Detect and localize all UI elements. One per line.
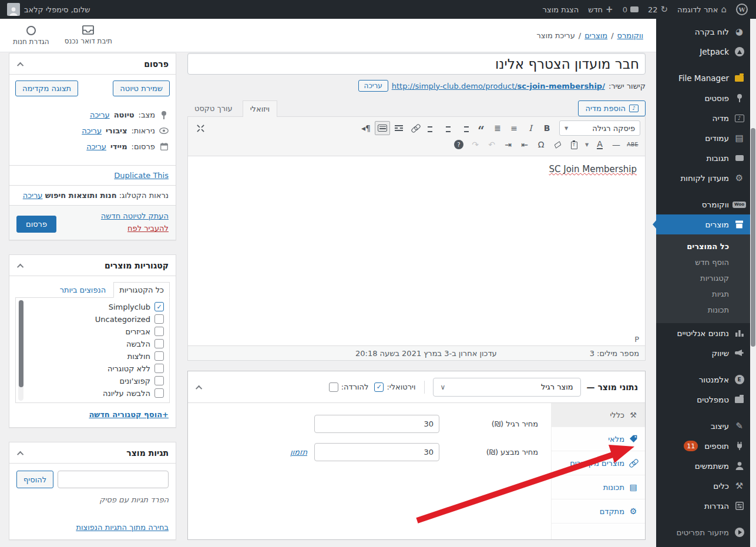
category-checkbox[interactable] bbox=[154, 388, 164, 398]
sidebar-item-appearance[interactable]: ✎עיצוב bbox=[656, 416, 750, 436]
sidebar-item-products[interactable]: מוצרים bbox=[656, 214, 750, 234]
category-item[interactable]: אביזרים bbox=[31, 327, 164, 336]
align-right-button[interactable] bbox=[424, 121, 439, 135]
breadcrumb-products-link[interactable]: מוצרים bbox=[584, 31, 607, 40]
sidebar-item-woocommerce[interactable]: Wooווקומרס bbox=[656, 194, 750, 214]
blockquote-button[interactable]: “ bbox=[473, 121, 489, 135]
virtual-checkbox[interactable]: ✓ bbox=[374, 382, 384, 392]
category-checkbox[interactable] bbox=[154, 376, 164, 385]
sidebar-item-users[interactable]: משתמשים bbox=[656, 456, 750, 476]
category-checkbox[interactable] bbox=[154, 327, 164, 336]
new-tag-input[interactable] bbox=[58, 471, 169, 488]
product-data-collapse-button[interactable] bbox=[195, 379, 204, 395]
sidebar-item-tools[interactable]: ⚒כלים bbox=[656, 476, 750, 496]
add-new-category-link[interactable]: +הוסף קטגוריה חדשה bbox=[9, 409, 176, 427]
redo-button[interactable]: ↷ bbox=[468, 137, 483, 152]
edit-catalog-visibility-link[interactable]: עריכה bbox=[23, 191, 43, 200]
insert-link-button[interactable] bbox=[408, 121, 423, 135]
duplicate-this-link[interactable]: Duplicate This bbox=[114, 171, 169, 180]
align-center-button[interactable] bbox=[441, 121, 456, 135]
sidebar-item-comments[interactable]: תגובות bbox=[656, 148, 750, 168]
regular-price-input[interactable] bbox=[314, 415, 439, 433]
category-item[interactable]: קפוצ'ונים bbox=[31, 376, 164, 385]
visit-site-link[interactable]: ⌂ אתר לדוגמה bbox=[673, 0, 731, 19]
category-item[interactable]: חולצות bbox=[31, 351, 164, 361]
categories-panel-header[interactable]: קטגוריות מוצרים bbox=[9, 255, 176, 276]
category-checkbox[interactable] bbox=[154, 314, 164, 324]
submenu-attributes[interactable]: תכונות bbox=[656, 302, 750, 318]
choose-from-most-used-link[interactable]: בחירה מתוך התגיות הנפוצות bbox=[76, 523, 169, 532]
sidebar-item-jetpack[interactable]: Jetpack bbox=[656, 42, 750, 62]
indent-button[interactable]: ⇥ bbox=[500, 137, 516, 152]
text-color-arrow[interactable]: ▼ bbox=[583, 137, 591, 152]
category-item[interactable]: ✓Simplyclub bbox=[31, 302, 164, 311]
category-checkbox[interactable] bbox=[154, 339, 164, 348]
undo-button[interactable]: ↶ bbox=[484, 137, 499, 152]
submenu-all-products[interactable]: כל המוצרים bbox=[656, 239, 750, 254]
sidebar-item-file-manager[interactable]: File Manager bbox=[656, 68, 750, 88]
permalink-url[interactable]: http://simply-club.demo/product/sc-join-… bbox=[392, 82, 605, 90]
add-media-button[interactable]: ♪ הוספת מדיה bbox=[578, 100, 646, 116]
bold-button[interactable]: B bbox=[539, 121, 555, 135]
italic-button[interactable]: I bbox=[523, 121, 538, 135]
tags-collapse-button[interactable] bbox=[16, 445, 26, 461]
sidebar-item-posts[interactable]: פוסטים bbox=[656, 88, 750, 108]
edit-visibility-link[interactable]: עריכה bbox=[82, 126, 102, 135]
numbered-list-button[interactable]: ≣ bbox=[490, 121, 505, 135]
category-item[interactable]: הלבשה bbox=[31, 339, 164, 348]
category-checkbox[interactable] bbox=[154, 351, 164, 361]
sidebar-item-media[interactable]: ♪מדיה bbox=[656, 108, 750, 128]
account-menu[interactable]: שלום, סימפלי קלאב bbox=[4, 3, 94, 16]
tab-advanced[interactable]: ⚙מתקדם bbox=[552, 499, 645, 523]
sidebar-item-elementor[interactable]: Eאלמנטור bbox=[656, 370, 750, 390]
edit-status-link[interactable]: עריכה bbox=[90, 110, 110, 119]
fullscreen-button[interactable] bbox=[193, 121, 208, 135]
sale-price-input[interactable] bbox=[314, 443, 439, 461]
product-type-select[interactable]: מוצר רגיל ∨ bbox=[433, 378, 581, 397]
help-button[interactable]: ? bbox=[451, 137, 466, 152]
preview-button[interactable]: תצוגה מקדימה bbox=[15, 80, 78, 96]
category-checkbox[interactable] bbox=[154, 364, 164, 373]
tab-inventory[interactable]: מלאי bbox=[552, 427, 645, 451]
schedule-link[interactable]: תזמון bbox=[290, 448, 307, 457]
sidebar-item-pages[interactable]: ▤עמודים bbox=[656, 128, 750, 148]
editor-content-area[interactable]: SC Join Membership bbox=[188, 156, 645, 333]
category-item[interactable]: ללא קטוגריה bbox=[31, 364, 164, 373]
tab-visual-editor[interactable]: ויזואלי bbox=[243, 100, 277, 117]
submenu-tags[interactable]: תגיות bbox=[656, 286, 750, 302]
clear-formatting-button[interactable] bbox=[550, 137, 565, 152]
sidebar-item-settings[interactable]: הגדרות bbox=[656, 496, 750, 516]
toolbar-toggle-button[interactable] bbox=[375, 121, 390, 135]
tab-most-used[interactable]: הנפוצים ביותר bbox=[55, 283, 112, 297]
edit-publish-date-link[interactable]: עריכה bbox=[86, 142, 106, 151]
publish-button[interactable]: פרסום bbox=[16, 216, 56, 233]
sidebar-item-templates[interactable]: טמפלטים bbox=[656, 390, 750, 410]
updates-link[interactable]: ↻ 22 bbox=[643, 0, 673, 19]
tab-attributes[interactable]: ▤תכונות bbox=[552, 475, 645, 499]
category-checkbox[interactable]: ✓ bbox=[154, 302, 164, 311]
comments-link[interactable]: 0 bbox=[618, 0, 643, 19]
special-character-button[interactable]: Ω bbox=[533, 137, 549, 152]
read-more-button[interactable] bbox=[391, 121, 406, 135]
tab-linked-products[interactable]: מוצרים מקושרים bbox=[552, 451, 645, 475]
view-product-link[interactable]: הצגת מוצר bbox=[538, 0, 584, 19]
scrollbar-thumb[interactable] bbox=[751, 128, 755, 347]
tags-panel-header[interactable]: תגיות מוצר bbox=[9, 442, 176, 464]
save-draft-button[interactable]: שמירת טיוטה bbox=[113, 80, 170, 96]
new-content-menu[interactable]: + חדש bbox=[583, 0, 617, 19]
sidebar-item-customer-club[interactable]: ⚙מועדון לקוחות bbox=[656, 168, 750, 188]
tab-all-categories[interactable]: כל הקטגוריות bbox=[113, 282, 170, 298]
sidebar-item-analytics[interactable]: נתונים אנליטיים bbox=[656, 323, 750, 343]
sidebar-item-dashboard[interactable]: ◕לוח בקרה bbox=[656, 22, 750, 42]
sidebar-item-marketing[interactable]: שיווק bbox=[656, 343, 750, 363]
publish-panel-header[interactable]: פרסום bbox=[9, 53, 176, 75]
store-setup-button[interactable]: הגדרת חנות bbox=[13, 25, 49, 46]
tab-general[interactable]: ⚒כללי bbox=[552, 403, 645, 427]
path-element[interactable]: P bbox=[634, 335, 639, 344]
horizontal-rule-button[interactable]: — bbox=[609, 137, 624, 152]
move-to-trash-link[interactable]: להעביר לפח bbox=[127, 224, 169, 233]
add-tag-button[interactable]: להוסיף bbox=[16, 471, 53, 488]
category-item[interactable]: Uncategorized bbox=[31, 314, 164, 324]
text-direction-button[interactable]: ¶◂ bbox=[358, 121, 374, 135]
strikethrough-button[interactable]: ABE bbox=[625, 137, 640, 152]
